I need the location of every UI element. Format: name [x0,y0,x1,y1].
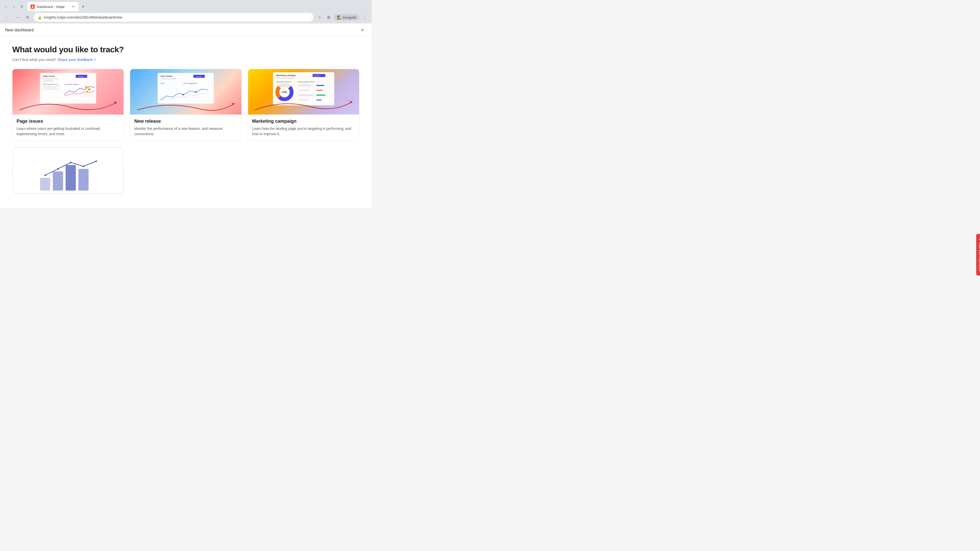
address-actions: ☆ ⊞ 🕵 Incognito ⋮ [315,13,369,21]
menu-button[interactable]: ⋮ [360,13,369,21]
svg-text:Goal: Goal [161,83,165,84]
svg-rect-40 [298,90,310,91]
browser-back-button[interactable]: ‹ [2,3,9,10]
svg-text:New release: New release [161,75,173,77]
svg-text:😤: 😤 [85,86,88,89]
address-bar: ← → ↻ 🔒 insights.hotjar.com/sites/381499… [0,11,372,24]
cards-grid: Page issues Connect Top console errors [12,69,360,141]
active-tab[interactable]: Dashboard - Hotjar ✕ [27,2,79,11]
svg-rect-49 [78,169,89,191]
bottom-row [12,147,360,194]
svg-text:Marketing campaign: Marketing campaign [276,74,296,76]
svg-point-21 [183,94,184,95]
svg-text:Frustration signals: Frustration signals [64,83,79,86]
svg-rect-18 [161,78,176,79]
svg-text:😕: 😕 [86,91,89,93]
url-text: insights.hotjar.com/sites/3814994/dashbo… [44,15,122,19]
url-input[interactable]: 🔒 insights.hotjar.com/sites/3814994/dash… [34,13,313,22]
svg-text:😡: 😡 [88,88,91,91]
svg-text:Top traffic channels: Top traffic channels [276,81,291,83]
svg-text:Connect: Connect [78,76,84,77]
new-release-card[interactable]: New release Connect Goal User engagement [130,69,242,141]
tab-favicon [30,5,35,9]
svg-text:Connect: Connect [196,76,202,77]
browser-chrome: ‹ › ↻ Dashboard - Hotjar ✕ + ← → ↻ 🔒 ins… [0,0,372,24]
svg-point-53 [83,165,84,167]
marketing-content: Marketing campaign Learn how the landing… [248,114,359,141]
marketing-campaign-card[interactable]: Marketing campaign Connect Top traffic c… [248,69,360,141]
incognito-icon: 🕵 [337,15,341,19]
svg-text:Landing page metrics: Landing page metrics [297,81,314,83]
svg-text:Top console errors: Top console errors [43,83,58,86]
svg-rect-8 [43,87,57,88]
svg-rect-4 [43,78,59,79]
new-release-image: New release Connect Goal User engagement [130,69,241,114]
tab-close-button[interactable]: ✕ [71,4,76,9]
page-issues-title: Page issues [17,119,119,124]
share-feedback-link[interactable]: Share your feedback ↗ [57,57,96,62]
page-header: New dashboard × [0,24,372,37]
incognito-badge: 🕵 Incognito [334,14,360,21]
browser-reload-button[interactable]: ↻ [18,3,25,10]
split-view-button[interactable]: ⊞ [325,13,333,21]
new-release-desc: Monitor the performance of a new feature… [134,126,237,137]
svg-rect-42 [298,95,312,96]
svg-rect-44 [298,100,309,100]
lock-icon: 🔒 [38,16,42,19]
svg-rect-41 [316,90,323,91]
close-button[interactable]: × [358,26,366,34]
page-content: What would you like to track? Can't find… [0,37,372,208]
svg-rect-27 [276,78,294,79]
svg-rect-45 [316,100,321,100]
svg-point-54 [95,160,97,162]
svg-rect-47 [53,171,63,191]
subtext-label: Can't find what you need? [12,57,56,62]
svg-point-50 [45,175,46,176]
incognito-label: Incognito [343,16,356,19]
page-issues-desc: Learn where users are getting frustrated… [17,126,119,137]
marketing-title: Marketing campaign [252,119,355,124]
marketing-desc: Learn how the landing page you're target… [252,126,355,137]
blank-dashboard-card[interactable] [12,147,124,194]
svg-text:Connect: Connect [313,75,320,76]
page-title: New dashboard [5,28,34,32]
svg-rect-48 [65,165,76,191]
browser-forward-button[interactable]: › [10,3,18,10]
marketing-image: Marketing campaign Connect Top traffic c… [248,69,359,114]
svg-rect-9 [43,89,60,90]
svg-text:Page issues: Page issues [43,75,55,77]
bookmark-button[interactable]: ☆ [315,13,324,21]
svg-point-22 [195,91,197,93]
page-issues-image: Page issues Connect Top console errors [13,69,124,114]
svg-text:204k: 204k [282,91,287,94]
svg-point-51 [57,168,59,170]
nav-controls: ‹ › ↻ [2,3,25,10]
page-issues-content: Page issues Learn where users are gettin… [13,114,124,141]
new-release-content: New release Monitor the performance of a… [130,114,241,141]
svg-rect-46 [40,178,50,191]
svg-rect-38 [298,85,311,86]
svg-rect-39 [316,85,324,86]
tab-bar: ‹ › ↻ Dashboard - Hotjar ✕ + [0,0,372,11]
main-heading: What would you like to track? [12,45,360,54]
sub-text: Can't find what you need? Share your fee… [12,57,360,62]
page-issues-card[interactable]: Page issues Connect Top console errors [12,69,124,141]
external-link-icon: ↗ [94,58,96,62]
svg-rect-14 [158,73,214,103]
svg-rect-43 [316,95,325,96]
new-tab-button[interactable]: + [80,3,87,10]
svg-point-52 [70,162,72,163]
tab-title: Dashboard - Hotjar [37,5,69,9]
back-button[interactable]: ← [3,13,11,21]
new-release-title: New release [134,119,237,124]
svg-rect-5 [43,80,53,81]
reload-button[interactable]: ↻ [24,13,32,21]
svg-text:User engagement: User engagement [183,83,197,84]
page-wrapper: New dashboard × What would you like to t… [0,24,372,208]
blank-card-image [13,148,123,193]
forward-button[interactable]: → [13,13,21,21]
svg-rect-7 [43,86,61,87]
